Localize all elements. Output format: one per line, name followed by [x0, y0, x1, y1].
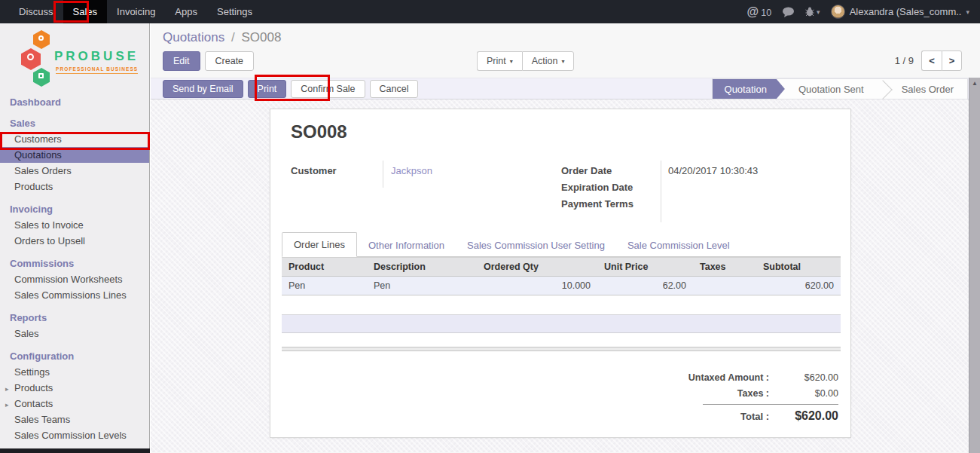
- breadcrumb: Quotations / SO008: [163, 30, 281, 45]
- stage-sales-order[interactable]: Sales Order: [888, 79, 967, 99]
- sidebar-item-sales-commission-levels[interactable]: Sales Commission Levels: [0, 427, 149, 443]
- empty-line-strip[interactable]: [282, 314, 841, 333]
- logo-title: PROBUSE: [54, 49, 139, 64]
- nav-discuss[interactable]: Discuss: [9, 0, 63, 23]
- chevron-down-icon: ▾: [510, 58, 513, 65]
- pager-counter: 1 / 9: [895, 55, 914, 66]
- top-menu-list: Discuss Sales Invoicing Apps Settings: [9, 0, 262, 23]
- action-dropdown[interactable]: Action ▾: [522, 51, 575, 71]
- sidebar-heading-sales[interactable]: Sales: [0, 117, 149, 131]
- tab-sales-commission-user-setting[interactable]: Sales Commission User Setting: [456, 234, 616, 257]
- sidebar-item-config-products[interactable]: ▸ Products: [0, 380, 149, 396]
- sidebar-item-orders-to-upsell[interactable]: Orders to Upsell: [0, 233, 149, 249]
- action-dropdowns: Print ▾ Action ▾: [477, 51, 574, 71]
- logo-gear-detail: [38, 35, 44, 41]
- customer-value-link[interactable]: Jackpson: [391, 165, 432, 176]
- pager: 1 / 9 < >: [895, 51, 962, 71]
- nav-settings[interactable]: Settings: [207, 0, 262, 23]
- nav-invoicing[interactable]: Invoicing: [107, 0, 165, 23]
- scroll-up-arrow-icon: ▲: [969, 78, 980, 87]
- tab-sale-commission-level[interactable]: Sale Commission Level: [616, 234, 741, 257]
- user-name: Alexandra (Sales_comm..: [850, 6, 962, 17]
- sidebar-item-quotations[interactable]: Quotations: [0, 147, 149, 163]
- untaxed-amount-label: Untaxed Amount :: [688, 372, 769, 383]
- notebook-tabs: Order Lines Other Information Sales Comm…: [282, 232, 841, 257]
- total-value: $620.00: [769, 409, 838, 423]
- stage-quotation-sent[interactable]: Quotation Sent: [785, 79, 878, 99]
- company-logo[interactable]: PROBUSE PROFESSIONAL BUSINESS: [11, 29, 143, 88]
- nav-sales[interactable]: Sales: [63, 0, 108, 23]
- print-dropdown[interactable]: Print ▾: [477, 51, 522, 71]
- total-label: Total :: [740, 411, 769, 422]
- col-subtotal: Subtotal: [756, 258, 841, 277]
- sidebar-item-settings[interactable]: Settings: [0, 364, 149, 380]
- mentions-button[interactable]: @ 10: [747, 5, 772, 19]
- messages-button[interactable]: [782, 7, 795, 17]
- sidebar-item-products[interactable]: Products: [0, 179, 149, 194]
- breadcrumb-current: SO008: [241, 30, 281, 44]
- taxes-label: Taxes :: [737, 388, 769, 399]
- cell-taxes: [693, 277, 756, 295]
- col-unit-price: Unit Price: [597, 258, 693, 277]
- field-separator: [661, 161, 661, 222]
- top-navbar: Discuss Sales Invoicing Apps Settings @ …: [0, 0, 980, 23]
- mention-count: 10: [761, 8, 771, 18]
- sidebar-item-sales-to-invoice[interactable]: Sales to Invoice: [0, 217, 149, 233]
- send-by-email-button[interactable]: Send by Email: [163, 80, 243, 98]
- sidebar-heading-dashboard[interactable]: Dashboard: [0, 94, 149, 110]
- sidebar-footer-bar: [0, 448, 150, 453]
- print-button[interactable]: Print: [248, 80, 287, 98]
- tab-other-information[interactable]: Other Information: [357, 234, 456, 257]
- chat-bubble-icon: [782, 7, 795, 17]
- nav-apps[interactable]: Apps: [165, 0, 207, 23]
- sidebar-nav: Dashboard Sales Customers Quotations Sal…: [0, 94, 149, 443]
- tab-order-lines[interactable]: Order Lines: [282, 232, 357, 257]
- col-ordered-qty: Ordered Qty: [477, 258, 597, 277]
- breadcrumb-separator: /: [231, 30, 235, 44]
- expand-caret-icon: ▸: [5, 383, 9, 396]
- table-row[interactable]: Pen Pen 10.000 62.00 620.00: [282, 277, 841, 295]
- sidebar-item-config-contacts[interactable]: ▸ Contacts: [0, 396, 149, 412]
- pager-previous-button[interactable]: <: [921, 51, 942, 71]
- sidebar-item-commission-worksheets[interactable]: Commission Worksheets: [0, 271, 149, 287]
- totals-divider: [703, 404, 838, 405]
- untaxed-amount-value: $620.00: [769, 372, 838, 383]
- expand-caret-icon: ▸: [5, 399, 9, 412]
- page-title: SO008: [291, 121, 347, 142]
- sidebar-heading-configuration[interactable]: Configuration: [0, 348, 149, 364]
- section-divider: [282, 347, 841, 351]
- sidebar-heading-commissions[interactable]: Commissions: [0, 256, 149, 271]
- sidebar-heading-invoicing[interactable]: Invoicing: [0, 201, 149, 217]
- mention-icon: @: [747, 5, 759, 19]
- sidebar-item-customers[interactable]: Customers: [0, 131, 149, 147]
- action-dropdown-label: Action: [532, 56, 558, 66]
- chevron-down-icon: ▾: [966, 8, 969, 16]
- stage-chevron-icon: [878, 79, 888, 99]
- sidebar-item-sales-commissions-lines[interactable]: Sales Commissions Lines: [0, 287, 149, 303]
- record-buttons: Edit Create: [163, 51, 254, 71]
- statusbar: Send by Email Print Confirm Sale Cancel …: [151, 78, 980, 99]
- sidebar-item-sales-orders[interactable]: Sales Orders: [0, 163, 149, 179]
- cell-description: Pen: [367, 277, 477, 295]
- user-menu[interactable]: Alexandra (Sales_comm.. ▾: [831, 5, 969, 19]
- col-taxes: Taxes: [693, 258, 756, 277]
- cell-product: Pen: [282, 277, 367, 295]
- table-header-row: Product Description Ordered Qty Unit Pri…: [282, 258, 841, 277]
- cancel-button[interactable]: Cancel: [370, 80, 419, 98]
- sidebar-item-reports-sales[interactable]: Sales: [0, 326, 149, 341]
- breadcrumb-quotations[interactable]: Quotations: [163, 30, 224, 44]
- stage-pipeline: Quotation Quotation Sent Sales Order: [712, 78, 968, 99]
- stage-quotation[interactable]: Quotation: [713, 79, 785, 99]
- create-button[interactable]: Create: [205, 51, 255, 71]
- debug-menu-button[interactable]: ▾: [805, 7, 820, 17]
- sidebar-item-sales-teams[interactable]: Sales Teams: [0, 412, 149, 427]
- chevron-down-icon: ▾: [817, 8, 820, 16]
- pager-next-button[interactable]: >: [942, 51, 962, 71]
- main-region: Quotations / SO008 Edit Create Print ▾ A…: [151, 23, 980, 453]
- vertical-scrollbar[interactable]: ▲: [969, 78, 980, 453]
- confirm-sale-button[interactable]: Confirm Sale: [291, 80, 365, 98]
- col-product: Product: [282, 258, 367, 277]
- edit-button[interactable]: Edit: [163, 51, 200, 71]
- bug-icon: [805, 7, 814, 17]
- sidebar-heading-reports[interactable]: Reports: [0, 310, 149, 326]
